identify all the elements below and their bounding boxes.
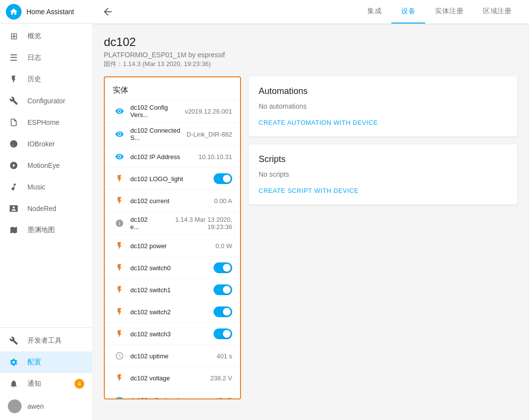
entity-toggle[interactable] bbox=[214, 173, 232, 184]
device-firmware: 固件：1.14.3 (Mar 13 2020, 19:23:36) bbox=[104, 60, 517, 69]
entity-row[interactable]: dc102 wifi_signal-45 dB bbox=[105, 389, 240, 399]
sidebar-bottom: 开发者工具 配置 通知 4 awen bbox=[0, 327, 92, 420]
entity-value: 0.00 A bbox=[214, 197, 232, 205]
device-model-text: PLATFORMIO_ESP01_1M bbox=[104, 51, 187, 59]
bolt-entity-icon bbox=[113, 327, 126, 341]
sidebar-item-history[interactable]: 历史 bbox=[0, 69, 92, 90]
sidebar-item-label: MotionEye bbox=[27, 162, 60, 169]
wifi-entity-icon bbox=[113, 393, 126, 399]
home-assistant-icon bbox=[6, 4, 22, 20]
entity-name: dc102 switch0 bbox=[130, 264, 214, 272]
automations-title: Automations bbox=[259, 86, 507, 96]
side-cards: Automations No automations CREATE AUTOMA… bbox=[249, 76, 517, 205]
entities-card: 实体 dc102 Config Vers...v2019.12.26.001dc… bbox=[104, 76, 241, 399]
iobroker-icon bbox=[8, 138, 20, 150]
entity-value: 0.0 W bbox=[216, 242, 232, 250]
entity-value: 238.2 V bbox=[210, 374, 232, 382]
entity-row[interactable]: dc102 switch2 bbox=[105, 301, 240, 323]
entity-row[interactable]: dc102 voltage238.2 V bbox=[105, 367, 240, 389]
map-icon bbox=[8, 224, 20, 236]
entity-row[interactable]: dc102 Config Vers...v2019.12.26.001 bbox=[105, 99, 240, 122]
entity-name: dc102 uptime bbox=[130, 352, 213, 360]
topnav: 集成 设备 实体注册 区域注册 bbox=[92, 0, 529, 23]
entity-name: dc102 LOGO_light bbox=[130, 175, 214, 183]
back-button[interactable] bbox=[100, 4, 116, 20]
entity-row[interactable]: dc102 IP Address10.10.10.31 bbox=[105, 145, 240, 167]
entity-row[interactable]: dc102 switch3 bbox=[105, 323, 240, 345]
sidebar-item-label: ESPHome bbox=[27, 118, 59, 126]
bolt-entity-icon bbox=[113, 305, 126, 319]
sidebar-item-notifications[interactable]: 通知 4 bbox=[0, 373, 92, 395]
config-icon bbox=[8, 356, 20, 368]
entity-name: dc102 switch2 bbox=[130, 308, 214, 316]
entity-row[interactable]: dc102 switch0 bbox=[105, 257, 240, 279]
bolt-entity-icon bbox=[113, 172, 126, 186]
entity-row[interactable]: dc102 LOGO_light bbox=[105, 167, 240, 189]
sidebar-item-esphome[interactable]: ESPHome bbox=[0, 112, 92, 133]
device-name: dc102 bbox=[104, 35, 517, 49]
sidebar-item-map[interactable]: 墨渊地图 bbox=[0, 219, 92, 241]
entity-row[interactable]: dc102 current0.00 A bbox=[105, 189, 240, 211]
entity-toggle[interactable] bbox=[214, 284, 232, 295]
sidebar-item-log[interactable]: ☰ 日志 bbox=[0, 47, 92, 69]
entity-name: dc102 voltage bbox=[130, 374, 206, 382]
topnav-tabs: 集成 设备 实体注册 区域注册 bbox=[358, 0, 521, 23]
entity-name: dc102 Connected S... bbox=[130, 127, 183, 141]
scripts-empty: No scripts bbox=[259, 170, 507, 178]
nodered-icon bbox=[8, 203, 20, 214]
automations-empty: No automations bbox=[259, 102, 507, 110]
scripts-card: Scripts No scripts CREATE SCRIPT WITH DE… bbox=[249, 144, 517, 205]
entity-value: 1.14.3 Mar 13 2020, 19:23:36 bbox=[151, 216, 232, 231]
info-entity-icon bbox=[113, 216, 126, 230]
sidebar-item-configurator[interactable]: Configurator bbox=[0, 90, 92, 112]
entity-name: dc102 IP Address bbox=[130, 153, 194, 161]
cards-row: 实体 dc102 Config Vers...v2019.12.26.001dc… bbox=[104, 76, 517, 399]
clock-entity-icon bbox=[113, 349, 126, 363]
create-automation-link[interactable]: CREATE AUTOMATION WITH DEVICE bbox=[259, 119, 378, 126]
entity-value: v2019.12.26.001 bbox=[185, 108, 232, 115]
entity-value: D-Link_DIR-882 bbox=[187, 131, 232, 138]
sidebar-item-overview[interactable]: ⊞ 概览 bbox=[0, 25, 92, 47]
user-avatar bbox=[8, 399, 22, 413]
entity-row[interactable]: dc102 power0.0 W bbox=[105, 234, 240, 257]
bell-icon bbox=[8, 378, 20, 390]
tab-entity-registry[interactable]: 实体注册 bbox=[425, 0, 473, 23]
device-manufacturer: by espressif bbox=[188, 51, 225, 59]
history-icon bbox=[8, 73, 20, 85]
entity-toggle[interactable] bbox=[214, 262, 232, 273]
entity-row[interactable]: dc102 Connected S...D-Link_DIR-882 bbox=[105, 122, 240, 145]
entity-name: dc102 Config Vers... bbox=[130, 104, 181, 118]
entity-row[interactable]: dc102 switch1 bbox=[105, 279, 240, 301]
tab-devices[interactable]: 设备 bbox=[391, 0, 425, 23]
entity-toggle[interactable] bbox=[214, 306, 232, 317]
sidebar-item-label: NodeRed bbox=[27, 205, 56, 212]
entities-title: 实体 bbox=[105, 77, 240, 99]
entity-name: dc102 switch3 bbox=[130, 330, 214, 338]
sidebar-nav: ⊞ 概览 ☰ 日志 历史 Configurator ESPHome bbox=[0, 23, 92, 327]
sidebar-header: Home Assistant bbox=[0, 0, 92, 23]
notification-badge: 4 bbox=[74, 379, 84, 389]
device-model: PLATFORMIO_ESP01_1M by espressif bbox=[104, 51, 517, 59]
create-script-link[interactable]: CREATE SCRIPT WITH DEVICE bbox=[259, 187, 359, 194]
sidebar-item-music[interactable]: Music bbox=[0, 176, 92, 198]
bolt-entity-icon bbox=[113, 283, 126, 297]
entity-value: -45 dB bbox=[214, 397, 232, 400]
sidebar-item-motioneye[interactable]: MotionEye bbox=[0, 155, 92, 176]
sidebar-item-devtools[interactable]: 开发者工具 bbox=[0, 330, 92, 351]
tab-area-registry[interactable]: 区域注册 bbox=[473, 0, 521, 23]
configurator-icon bbox=[8, 95, 20, 107]
scripts-title: Scripts bbox=[259, 154, 507, 164]
entity-row[interactable]: dc102 uptime401 s bbox=[105, 345, 240, 367]
sidebar-item-label: IOBroker bbox=[27, 140, 55, 148]
app-title: Home Assistant bbox=[26, 8, 74, 16]
music-icon bbox=[8, 181, 20, 193]
entity-toggle[interactable] bbox=[214, 328, 232, 339]
sidebar-item-config[interactable]: 配置 bbox=[0, 351, 92, 373]
sidebar-item-label: Music bbox=[27, 183, 46, 191]
entity-row[interactable]: dc102 e...1.14.3 Mar 13 2020, 19:23:36 bbox=[105, 211, 240, 234]
tab-integrations[interactable]: 集成 bbox=[358, 0, 391, 23]
sidebar: Home Assistant ⊞ 概览 ☰ 日志 历史 Configurator bbox=[0, 0, 92, 420]
sidebar-devtools-label: 开发者工具 bbox=[27, 336, 62, 345]
sidebar-item-nodered[interactable]: NodeRed bbox=[0, 198, 92, 219]
sidebar-item-iobroker[interactable]: IOBroker bbox=[0, 133, 92, 155]
